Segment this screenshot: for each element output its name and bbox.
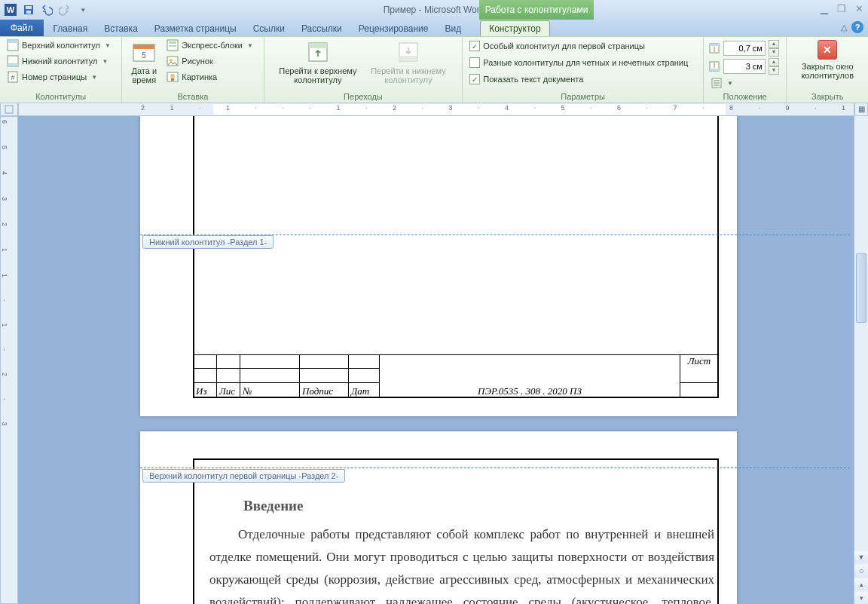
header-label: Верхний колонтитул [22, 41, 100, 50]
svg-rect-15 [169, 41, 176, 44]
odd-even-checkbox[interactable]: Разные колонтитулы для четных и нечетных… [467, 57, 690, 69]
sheet-label: Лист [680, 355, 719, 383]
scroll-down-icon[interactable]: ▼ [854, 551, 868, 563]
header-from-top-input[interactable]: 0,7 см ▲▼ [708, 40, 779, 57]
group-label-navigation: Переходы [269, 92, 458, 103]
show-doc-label: Показать текст документа [483, 75, 583, 84]
quick-access-toolbar: W ▾ [0, 2, 91, 18]
save-icon[interactable] [20, 2, 37, 18]
paragraph-1: Отделочные работы представляют собой ком… [209, 523, 714, 604]
tab-insert[interactable]: Вставка [96, 21, 146, 36]
spin-up-icon[interactable]: ▲ [769, 40, 779, 48]
picture-label: Рисунок [182, 57, 213, 66]
footer-from-bottom-input[interactable]: 3 см ▲▼ [708, 58, 779, 75]
minimize-ribbon-icon[interactable]: △ [841, 23, 847, 32]
svg-rect-27 [710, 44, 719, 46]
redo-icon[interactable] [57, 2, 73, 18]
ribbon: Верхний колонтитул▼ Нижний колонтитул▼ #… [0, 36, 868, 104]
show-doc-checkbox[interactable]: ✓Показать текст документа [467, 73, 690, 85]
goto-footer-button: Перейти к нижнему колонтитулу [367, 38, 450, 84]
spin-down-icon[interactable]: ▼ [769, 66, 779, 75]
h-ruler-numbers: 21·1···1·2·3·4·5·6·7·8·9·10·11·12·13·14·… [141, 104, 854, 112]
tab-design-active[interactable]: Конструктор [480, 20, 549, 36]
datetime-button[interactable]: 5 Дата и время [127, 38, 161, 84]
svg-rect-29 [710, 69, 719, 71]
prev-page-icon[interactable]: ▴ [854, 578, 868, 590]
minimize-button[interactable]: ▁ [821, 3, 828, 14]
header-top-value[interactable]: 0,7 см [723, 41, 766, 56]
document-canvas[interactable]: Нижний колонтитул -Раздел 1- ПЭР.0535 . … [18, 116, 854, 604]
vertical-ruler[interactable]: 6543211·1·2·3 [0, 116, 18, 604]
window-controls: ▁ ❐ ✕ [821, 3, 863, 14]
tab-references[interactable]: Ссылки [245, 21, 293, 36]
group-label-headers: Колонтитулы [5, 92, 117, 103]
goto-header-button[interactable]: Перейти к верхнему колонтитулу [277, 38, 359, 84]
first-page-label: Особый колонтитул для первой страницы [483, 41, 645, 51]
header-tag: Верхний колонтитул первой страницы -Разд… [142, 469, 345, 483]
svg-rect-16 [169, 45, 176, 47]
browse-object-icon[interactable]: ○ [854, 565, 868, 577]
close-button[interactable]: ✕ [855, 3, 863, 14]
svg-point-20 [170, 74, 175, 78]
qat-customize-icon[interactable]: ▾ [75, 2, 91, 18]
group-label-insert: Вставка [127, 92, 258, 103]
restore-button[interactable]: ❐ [837, 3, 846, 14]
page-2: Верхний колонтитул первой страницы -Разд… [140, 431, 737, 604]
picture-button[interactable]: Рисунок [164, 54, 255, 68]
heading-intro: Введение [243, 495, 714, 517]
undo-icon[interactable] [38, 2, 55, 18]
gost-no: № [240, 382, 300, 397]
footer-label: Нижний колонтитул [22, 57, 97, 66]
svg-rect-6 [8, 40, 18, 43]
svg-rect-8 [8, 63, 18, 66]
svg-rect-25 [399, 56, 417, 61]
svg-rect-3 [26, 6, 32, 9]
file-tab[interactable]: Файл [0, 20, 44, 36]
tab-page-layout[interactable]: Разметка страницы [146, 21, 245, 36]
svg-text:#: # [11, 74, 14, 81]
group-label-position: Положение [708, 92, 782, 103]
doc-code: ПЭР.0535 . 308 . 2020 ПЗ [380, 355, 680, 398]
spin-up-icon[interactable]: ▲ [769, 58, 779, 66]
tab-review[interactable]: Рецензирование [350, 21, 437, 36]
footer-bottom-value[interactable]: 3 см [723, 59, 766, 74]
close-hf-label: Закрыть окно колонтитулов [794, 62, 860, 80]
page-number-button[interactable]: # Номер страницы▼ [5, 70, 113, 84]
window-title: Пример - Microsoft Word [0, 5, 868, 15]
header-button[interactable]: Верхний колонтитул▼ [5, 38, 113, 52]
gost-date: Дат [349, 382, 380, 397]
vertical-scrollbar[interactable]: ▲ ▼ ○ ▴ ▾ [854, 103, 868, 604]
close-header-footer-button[interactable]: ✕ Закрыть окно колонтитулов [794, 38, 860, 80]
horizontal-ruler[interactable]: 21·1···1·2·3·4·5·6·7·8·9·10·11·12·13·14·… [18, 103, 854, 116]
insert-alignment-tab-button[interactable]: ▼ [708, 76, 779, 90]
first-page-checkbox[interactable]: ✓Особый колонтитул для первой страницы [467, 40, 690, 52]
ruler-corner[interactable] [0, 103, 18, 116]
gost-izm: Из [194, 382, 217, 397]
document-area: 21·1···1·2·3·4·5·6·7·8·9·10·11·12·13·14·… [0, 103, 868, 604]
footer-tag: Нижний колонтитул -Раздел 1- [142, 235, 274, 249]
clipart-label: Картинка [182, 72, 217, 81]
page-number-label: Номер страницы [22, 72, 87, 81]
quick-parts-label: Экспресс-блоки [182, 41, 243, 50]
tab-home[interactable]: Главная [45, 21, 96, 36]
gost-sign: Подпис [300, 382, 349, 397]
word-icon[interactable]: W [2, 2, 19, 18]
clipart-button[interactable]: Картинка [164, 70, 255, 84]
tab-view[interactable]: Вид [436, 21, 469, 36]
goto-footer-label: Перейти к нижнему колонтитулу [367, 66, 450, 84]
help-icon[interactable]: ? [851, 21, 863, 33]
spin-down-icon[interactable]: ▼ [769, 48, 779, 57]
svg-rect-12 [133, 44, 154, 49]
next-page-icon[interactable]: ▾ [854, 592, 868, 604]
quick-parts-button[interactable]: Экспресс-блоки▼ [164, 38, 255, 52]
contextual-tab-header: Работа с колонтитулами [479, 0, 594, 20]
footer-button[interactable]: Нижний колонтитул▼ [5, 54, 113, 68]
goto-header-label: Перейти к верхнему колонтитулу [277, 66, 359, 84]
ruler-toggle-icon[interactable]: ▦ [854, 103, 868, 116]
svg-text:W: W [7, 5, 15, 14]
svg-rect-21 [171, 78, 174, 81]
svg-text:5: 5 [142, 51, 147, 60]
svg-rect-4 [26, 11, 31, 14]
tab-mailings[interactable]: Рассылки [293, 21, 350, 36]
scroll-thumb[interactable] [856, 253, 866, 323]
